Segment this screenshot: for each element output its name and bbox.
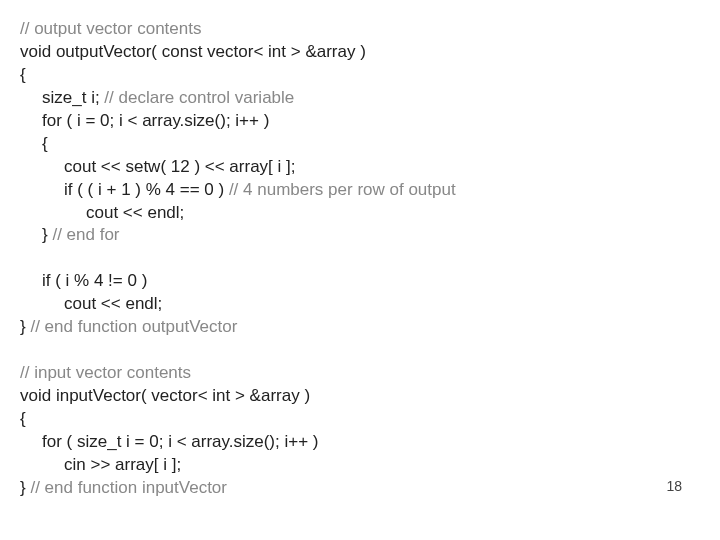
code-line: for ( size_t i = 0; i < array.size(); i+… [42,432,319,451]
page-number: 18 [666,478,682,494]
code-line: size_t i; [42,88,104,107]
code-line: cout << endl; [64,294,162,313]
comment-inline: // declare control variable [104,88,294,107]
code-line: if ( ( i + 1 ) % 4 == 0 ) [64,180,229,199]
comment-inline: // end function inputVector [30,478,227,497]
comment-inline: // end for [52,225,119,244]
comment-line: // output vector contents [20,19,201,38]
code-line: cout << endl; [86,203,184,222]
code-line: if ( i % 4 != 0 ) [42,271,147,290]
code-line: { [42,134,48,153]
code-line: void inputVector( vector< int > &array ) [20,386,310,405]
code-line: cin >> array[ i ]; [64,455,181,474]
code-line: { [20,65,26,84]
code-line: for ( i = 0; i < array.size(); i++ ) [42,111,269,130]
code-line: cout << setw( 12 ) << array[ i ]; [64,157,296,176]
comment-inline: // end function outputVector [30,317,237,336]
code-line: void outputVector( const vector< int > &… [20,42,366,61]
comment-inline: // 4 numbers per row of output [229,180,456,199]
comment-line: // input vector contents [20,363,191,382]
code-block: // output vector contents void outputVec… [20,18,456,500]
code-line: } [20,478,30,497]
code-line: } [20,317,30,336]
code-line: { [20,409,26,428]
code-line: } [42,225,52,244]
